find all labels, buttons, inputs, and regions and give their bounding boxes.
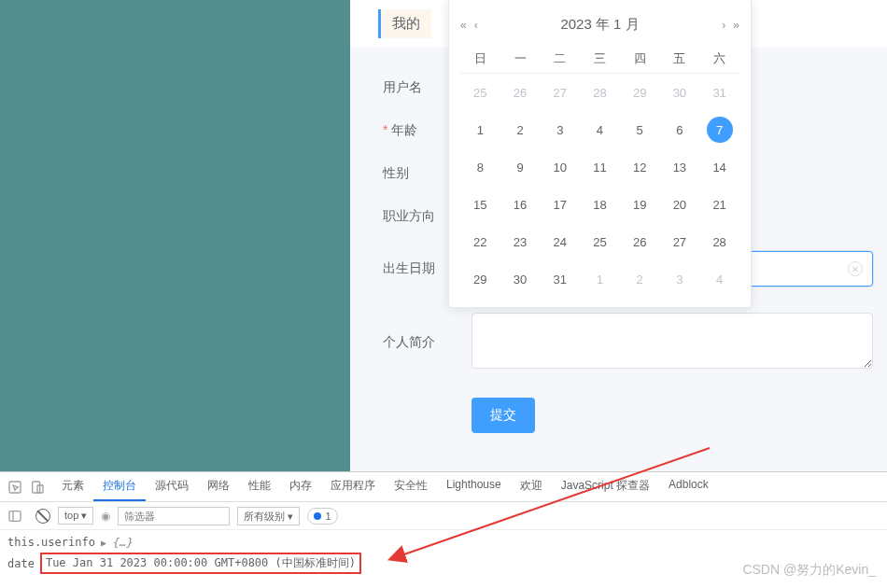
- calendar-day[interactable]: 3: [540, 111, 580, 148]
- devtools-tab[interactable]: 欢迎: [511, 472, 552, 501]
- device-icon[interactable]: [30, 480, 45, 495]
- calendar-day[interactable]: 17: [540, 186, 580, 223]
- calendar-day[interactable]: 28: [699, 223, 739, 260]
- prev-year-icon[interactable]: «: [460, 19, 467, 32]
- eye-icon[interactable]: ◉: [101, 510, 110, 523]
- calendar-title: 2023 年 1 月: [560, 16, 639, 34]
- calendar-day[interactable]: 20: [660, 186, 700, 223]
- devtools-tab[interactable]: 内存: [280, 472, 321, 501]
- devtools-tab[interactable]: 安全性: [385, 472, 437, 501]
- calendar-day[interactable]: 22: [460, 223, 500, 260]
- calendar-day[interactable]: 7: [699, 111, 739, 148]
- calendar-day[interactable]: 6: [660, 111, 700, 148]
- calendar-day[interactable]: 1: [580, 260, 620, 298]
- bio-textarea[interactable]: [472, 313, 873, 369]
- context-selector[interactable]: top ▾: [58, 507, 93, 525]
- calendar-day[interactable]: 25: [460, 74, 500, 112]
- watermark: CSDN @努力的Kevin_: [742, 562, 876, 579]
- calendar-day[interactable]: 30: [660, 74, 700, 112]
- weekday-header: 五: [660, 45, 700, 74]
- calendar-day[interactable]: 26: [620, 223, 660, 260]
- devtools-tab[interactable]: Adblock: [659, 472, 718, 501]
- sidebar-panel: [0, 0, 350, 471]
- devtools-tab[interactable]: 应用程序: [321, 472, 385, 501]
- bio-label: 个人简介: [350, 334, 472, 351]
- calendar-day[interactable]: 16: [500, 186, 541, 223]
- calendar-day[interactable]: 3: [660, 260, 700, 298]
- submit-button[interactable]: 提交: [472, 398, 535, 433]
- calendar-popup: « ‹ 2023 年 1 月 › » 日一二三四五六 2526272829303…: [448, 0, 752, 308]
- devtools-tab[interactable]: JavaScript 探查器: [552, 472, 659, 501]
- calendar-day[interactable]: 27: [540, 74, 580, 112]
- calendar-day[interactable]: 19: [620, 186, 660, 223]
- calendar-day[interactable]: 4: [699, 260, 739, 298]
- calendar-day[interactable]: 5: [620, 111, 660, 148]
- expand-icon[interactable]: ▶: [101, 538, 106, 548]
- prev-month-icon[interactable]: ‹: [474, 19, 478, 32]
- calendar-day[interactable]: 12: [620, 148, 660, 186]
- calendar-day[interactable]: 11: [580, 148, 620, 186]
- calendar-day[interactable]: 2: [620, 260, 660, 298]
- calendar-day[interactable]: 18: [580, 186, 620, 223]
- weekday-header: 四: [620, 45, 660, 74]
- calendar-day[interactable]: 30: [500, 260, 541, 298]
- weekday-header: 六: [699, 45, 739, 74]
- highlighted-value: Tue Jan 31 2023 00:00:00 GMT+0800 (中国标准时…: [40, 553, 361, 574]
- calendar-day[interactable]: 29: [620, 74, 660, 112]
- calendar-day[interactable]: 8: [460, 148, 500, 186]
- clear-icon[interactable]: ✕: [848, 261, 863, 276]
- devtools-tab[interactable]: 源代码: [146, 472, 198, 501]
- weekday-header: 三: [580, 45, 620, 74]
- calendar-day[interactable]: 26: [500, 74, 541, 112]
- calendar-day[interactable]: 4: [580, 111, 620, 148]
- calendar-day[interactable]: 29: [460, 260, 500, 298]
- weekday-header: 二: [540, 45, 580, 74]
- calendar-day[interactable]: 24: [540, 223, 580, 260]
- devtools-tab[interactable]: 网络: [198, 472, 239, 501]
- calendar-grid: 日一二三四五六 25262728293031123456789101112131…: [460, 45, 739, 298]
- calendar-day[interactable]: 28: [580, 74, 620, 112]
- calendar-day[interactable]: 14: [699, 148, 739, 186]
- devtools-tab[interactable]: 元素: [52, 472, 93, 501]
- weekday-header: 日: [460, 45, 500, 74]
- devtools-tab[interactable]: Lighthouse: [437, 472, 511, 501]
- calendar-day[interactable]: 15: [460, 186, 500, 223]
- inspect-icon[interactable]: [7, 480, 22, 495]
- clear-console-icon[interactable]: [35, 509, 50, 524]
- svg-rect-5: [33, 482, 40, 493]
- calendar-day[interactable]: 23: [500, 223, 541, 260]
- sidebar-toggle-icon[interactable]: [7, 509, 22, 524]
- calendar-day[interactable]: 25: [580, 223, 620, 260]
- calendar-day[interactable]: 9: [500, 148, 541, 186]
- issues-badge[interactable]: 1: [307, 508, 337, 525]
- console-filter-input[interactable]: [118, 507, 230, 525]
- page-tag: 我的: [378, 9, 431, 38]
- calendar-day[interactable]: 21: [699, 186, 739, 223]
- console-line[interactable]: this.userinfo ▶ {…}: [7, 534, 880, 551]
- calendar-day[interactable]: 2: [500, 111, 541, 148]
- calendar-day[interactable]: 31: [699, 74, 739, 112]
- log-levels-select[interactable]: 所有级别 ▾: [237, 507, 300, 525]
- calendar-day[interactable]: 13: [660, 148, 700, 186]
- calendar-day[interactable]: 1: [460, 111, 500, 148]
- weekday-header: 一: [500, 45, 541, 74]
- next-month-icon[interactable]: ›: [722, 19, 725, 32]
- devtools-tab[interactable]: 控制台: [93, 472, 146, 501]
- calendar-day[interactable]: 27: [660, 223, 700, 260]
- content-panel: 我的 用户名 年龄 性别 职业方向 出生日期: [350, 0, 887, 471]
- calendar-day[interactable]: 31: [540, 260, 580, 298]
- devtools-tab[interactable]: 性能: [239, 472, 280, 501]
- svg-rect-7: [9, 511, 21, 521]
- next-year-icon[interactable]: »: [733, 19, 739, 32]
- calendar-day[interactable]: 10: [540, 148, 580, 186]
